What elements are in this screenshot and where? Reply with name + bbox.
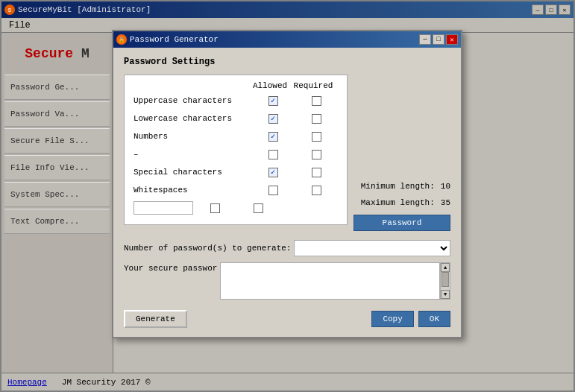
numbers-row: Numbers: [133, 129, 338, 144]
scrollbar-vertical[interactable]: ▲ ▼: [440, 262, 450, 300]
scroll-track: [441, 272, 450, 290]
scroll-down-arrow[interactable]: ▼: [441, 290, 450, 299]
lowercase-allowed-checkbox[interactable]: [268, 114, 278, 124]
dash-row: –: [133, 147, 338, 162]
dialog-controls: — □ ✕: [419, 34, 458, 45]
whitespaces-required-cell: [295, 186, 338, 195]
uppercase-allowed-checkbox[interactable]: [268, 96, 278, 106]
numbers-checkboxes: [251, 132, 338, 142]
dash-checkboxes: [251, 150, 338, 159]
max-length-row: Maximum length: 35: [354, 198, 450, 207]
dialog-footer: Generate Copy OK: [124, 307, 450, 328]
lowercase-row: Lowercase characters: [133, 111, 338, 126]
password-type-button[interactable]: Password: [354, 215, 450, 231]
special-label: Special characters: [133, 168, 251, 177]
max-length-label: Maximum length:: [361, 198, 435, 207]
lowercase-label: Lowercase characters: [133, 114, 251, 123]
numbers-required-checkbox[interactable]: [312, 132, 321, 142]
whitespaces-label: Whitespaces: [133, 186, 251, 195]
whitespaces-checkboxes: [251, 186, 338, 195]
special-allowed-checkbox[interactable]: [268, 168, 278, 177]
dialog-minimize-button[interactable]: —: [419, 34, 431, 45]
dialog-title: Password Generator: [130, 35, 219, 44]
col-allowed-label: Allowed: [248, 81, 292, 90]
num-passwords-row: Number of password(s) to generate: 1 5 1…: [124, 240, 450, 256]
main-window: S SecureMyBit [Administrator] — □ ✕ File…: [0, 0, 575, 392]
password-output-label: Your secure passwor: [124, 262, 217, 273]
numbers-allowed-checkbox[interactable]: [268, 132, 278, 142]
max-length-value: 35: [441, 198, 450, 207]
num-passwords-label: Number of password(s) to generate:: [124, 244, 291, 253]
settings-right-panel: Minimum length: 10 Maximum length: 35 Pa…: [354, 75, 450, 234]
lowercase-checkboxes: [251, 114, 338, 124]
dash-allowed-checkbox[interactable]: [268, 150, 278, 159]
custom-text-input[interactable]: [133, 201, 193, 215]
lowercase-required-checkbox[interactable]: [312, 114, 321, 124]
password-textarea-wrapper: ▲ ▼: [220, 262, 450, 300]
uppercase-allowed-cell: [251, 96, 295, 106]
custom-checkboxes: [193, 203, 280, 213]
numbers-label: Numbers: [133, 132, 251, 141]
min-length-row: Minimum length: 10: [354, 182, 450, 191]
whitespaces-allowed-checkbox[interactable]: [268, 186, 278, 195]
dash-required-checkbox[interactable]: [312, 150, 321, 159]
dialog-body: Password Settings Allowed Required Upper…: [113, 48, 461, 337]
scroll-up-arrow[interactable]: ▲: [441, 263, 450, 272]
dialog-title-bar: 🔒 Password Generator — □ ✕: [113, 31, 461, 48]
lowercase-allowed-cell: [251, 114, 295, 124]
dialog-maximize-button[interactable]: □: [433, 34, 444, 45]
special-required-cell: [295, 168, 338, 177]
copy-button[interactable]: Copy: [371, 311, 413, 327]
dialog-icon: 🔒: [116, 34, 127, 45]
whitespaces-row: Whitespaces: [133, 183, 338, 197]
ok-button[interactable]: OK: [418, 311, 450, 327]
password-settings-area: Allowed Required Uppercase characters: [124, 75, 348, 225]
password-output-textarea[interactable]: [220, 262, 440, 300]
password-output-row: Your secure passwor ▲ ▼: [124, 262, 450, 300]
min-length-label: Minimum length:: [361, 182, 435, 191]
uppercase-label: Uppercase characters: [133, 96, 251, 105]
lowercase-required-cell: [295, 114, 338, 124]
whitespaces-allowed-cell: [251, 186, 295, 195]
uppercase-row: Uppercase characters: [133, 93, 338, 108]
custom-allowed-checkbox[interactable]: [210, 203, 220, 213]
generate-button[interactable]: Generate: [124, 310, 187, 328]
ps-header-row: Allowed Required: [133, 81, 338, 90]
uppercase-required-cell: [295, 96, 338, 106]
custom-allowed-cell: [193, 203, 236, 213]
custom-row: [133, 200, 338, 215]
settings-main: Allowed Required Uppercase characters: [124, 75, 450, 234]
min-length-value: 10: [441, 182, 450, 191]
col-required-label: Required: [292, 81, 335, 90]
password-generator-dialog: 🔒 Password Generator — □ ✕ Password Sett…: [112, 30, 462, 338]
uppercase-checkboxes: [251, 96, 338, 106]
dialog-title-left: 🔒 Password Generator: [116, 34, 219, 45]
special-checkboxes: [251, 168, 338, 177]
custom-required-cell: [236, 203, 280, 213]
numbers-required-cell: [295, 132, 338, 142]
special-row: Special characters: [133, 165, 338, 180]
special-required-checkbox[interactable]: [312, 168, 321, 177]
whitespaces-required-checkbox[interactable]: [312, 186, 321, 195]
dash-required-cell: [295, 150, 338, 159]
custom-required-checkbox[interactable]: [254, 203, 263, 213]
footer-right-buttons: Copy OK: [371, 311, 450, 327]
dash-label: –: [133, 150, 251, 159]
scroll-thumb: [442, 272, 449, 287]
numbers-allowed-cell: [251, 132, 295, 142]
dialog-close-button[interactable]: ✕: [446, 34, 458, 45]
textarea-with-scroll: ▲ ▼: [220, 262, 450, 300]
num-passwords-select[interactable]: 1 5 10 25 50: [294, 240, 450, 256]
section-title: Password Settings: [124, 57, 450, 67]
uppercase-required-checkbox[interactable]: [312, 96, 321, 106]
settings-left: Allowed Required Uppercase characters: [124, 75, 348, 234]
dash-allowed-cell: [251, 150, 295, 159]
special-allowed-cell: [251, 168, 295, 177]
